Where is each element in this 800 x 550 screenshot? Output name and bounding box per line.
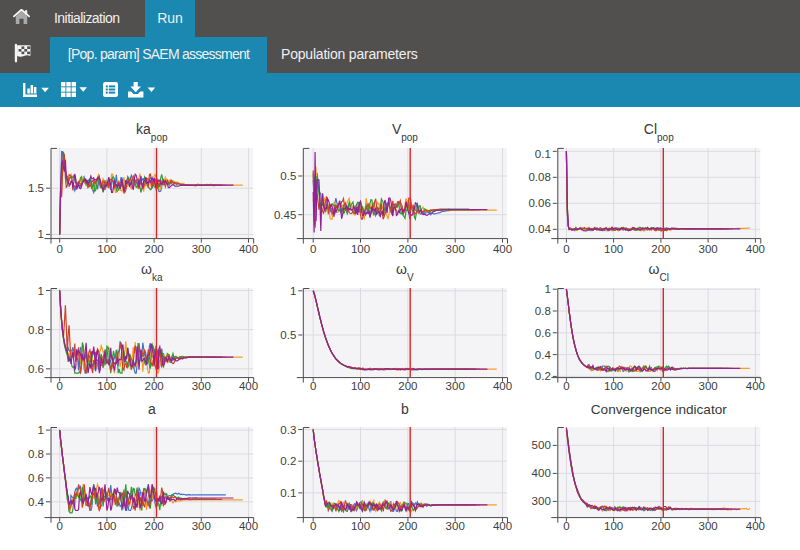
svg-text:300: 300: [192, 243, 211, 255]
svg-text:1: 1: [290, 285, 296, 297]
svg-text:400: 400: [493, 243, 512, 255]
svg-text:0.2: 0.2: [280, 455, 296, 467]
svg-text:300: 300: [699, 243, 718, 255]
svg-text:0.45: 0.45: [274, 209, 296, 221]
svg-text:0: 0: [563, 380, 569, 392]
svg-text:400: 400: [532, 467, 551, 479]
svg-text:0.4: 0.4: [28, 496, 45, 508]
svg-text:b: b: [401, 401, 409, 417]
svg-text:0: 0: [563, 243, 569, 255]
svg-text:400: 400: [493, 520, 512, 532]
svg-text:300: 300: [699, 520, 718, 532]
svg-text:400: 400: [746, 380, 765, 392]
svg-text:1: 1: [544, 283, 550, 295]
svg-text:kapop: kapop: [136, 121, 168, 142]
svg-text:200: 200: [398, 243, 417, 255]
svg-text:0.2: 0.2: [535, 370, 551, 382]
svg-text:200: 200: [145, 380, 164, 392]
svg-text:Clpop: Clpop: [644, 121, 674, 142]
svg-text:400: 400: [239, 380, 258, 392]
svg-text:200: 200: [145, 243, 164, 255]
svg-text:200: 200: [651, 380, 670, 392]
svg-text:0: 0: [563, 520, 569, 532]
svg-text:0: 0: [56, 520, 62, 532]
svg-text:300: 300: [192, 520, 211, 532]
svg-text:1: 1: [38, 285, 44, 297]
svg-text:0.8: 0.8: [535, 305, 551, 317]
svg-text:0.1: 0.1: [535, 148, 551, 160]
svg-text:100: 100: [604, 243, 623, 255]
svg-text:400: 400: [746, 520, 765, 532]
svg-text:0.8: 0.8: [28, 448, 44, 460]
svg-text:0.1: 0.1: [280, 487, 296, 499]
svg-text:0.06: 0.06: [528, 197, 550, 209]
svg-text:1: 1: [38, 228, 44, 240]
svg-text:100: 100: [97, 243, 116, 255]
svg-text:0.4: 0.4: [535, 349, 552, 361]
svg-text:100: 100: [604, 380, 623, 392]
svg-text:300: 300: [446, 520, 465, 532]
svg-text:0.04: 0.04: [528, 223, 551, 235]
svg-text:0.8: 0.8: [28, 324, 44, 336]
svg-text:1.5: 1.5: [28, 182, 44, 194]
svg-text:ωka: ωka: [141, 261, 163, 282]
svg-text:300: 300: [699, 380, 718, 392]
svg-text:200: 200: [651, 520, 670, 532]
svg-text:0.08: 0.08: [528, 171, 550, 183]
svg-text:1: 1: [38, 424, 44, 436]
svg-text:200: 200: [398, 380, 417, 392]
svg-text:0.3: 0.3: [280, 424, 296, 436]
svg-text:ωCl: ωCl: [649, 261, 669, 282]
svg-text:0.6: 0.6: [28, 472, 44, 484]
svg-text:0.6: 0.6: [535, 327, 551, 339]
svg-text:200: 200: [145, 520, 164, 532]
svg-text:300: 300: [192, 380, 211, 392]
svg-text:400: 400: [239, 243, 258, 255]
svg-text:100: 100: [97, 520, 116, 532]
svg-text:0.5: 0.5: [280, 170, 296, 182]
svg-text:a: a: [148, 401, 156, 417]
svg-text:0.6: 0.6: [28, 363, 44, 375]
svg-text:100: 100: [604, 520, 623, 532]
svg-text:100: 100: [97, 380, 116, 392]
svg-text:0.5: 0.5: [280, 329, 296, 341]
svg-text:300: 300: [446, 380, 465, 392]
svg-text:0: 0: [310, 243, 316, 255]
svg-text:200: 200: [398, 520, 417, 532]
svg-text:100: 100: [351, 520, 370, 532]
svg-text:Convergence indicator: Convergence indicator: [591, 402, 727, 417]
svg-text:Vpop: Vpop: [392, 121, 418, 142]
svg-text:ωV: ωV: [396, 261, 414, 282]
svg-text:200: 200: [651, 243, 670, 255]
svg-text:100: 100: [351, 380, 370, 392]
svg-text:500: 500: [532, 439, 551, 451]
svg-text:0: 0: [310, 380, 316, 392]
svg-text:400: 400: [239, 520, 258, 532]
svg-text:300: 300: [532, 495, 551, 507]
svg-text:400: 400: [493, 380, 512, 392]
svg-text:400: 400: [746, 243, 765, 255]
svg-text:100: 100: [351, 243, 370, 255]
svg-text:0: 0: [56, 380, 62, 392]
svg-text:300: 300: [446, 243, 465, 255]
svg-text:0: 0: [310, 520, 316, 532]
svg-text:0: 0: [56, 243, 62, 255]
